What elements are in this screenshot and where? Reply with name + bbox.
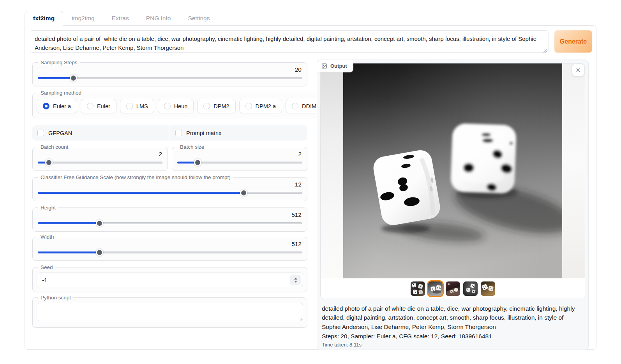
output-gallery [320,63,585,299]
batch-count-slider[interactable] [38,159,162,166]
gallery-thumbnail-3[interactable] [446,281,460,296]
radio-lms[interactable]: LMS [120,99,154,113]
height-slider[interactable] [38,220,302,227]
prompt-matrix-label: Prompt matrix [186,130,221,136]
stable-diffusion-webui: txt2img img2img Extras PNG Info Settings… [0,0,621,350]
output-label: Output [330,63,347,69]
python-script-label: Python script [38,295,73,301]
time-taken: Time taken: 8.11s [322,342,584,348]
result-prompt-text: detailed photo of a pair of white die on… [322,304,584,331]
radio-label: Euler a [53,103,71,109]
gallery-thumbnails [321,278,585,299]
batch-size-value: 2 [176,151,302,158]
gallery-backdrop-right [562,63,585,278]
sampling-steps-value: 20 [37,66,302,73]
gfpgan-checkbox[interactable]: GFPGAN [32,125,169,141]
gallery-thumbnail-1[interactable] [411,281,425,296]
cfg-scale-label: Classifier Free Guidance Scale (how stro… [38,174,233,180]
radio-icon[interactable] [164,103,171,109]
cfg-scale-group: Classifier Free Guidance Scale (how stro… [32,174,307,201]
radio-icon[interactable] [87,103,94,109]
radio-icon[interactable] [245,103,252,109]
slider-thumb[interactable] [240,189,247,197]
batch-size-group: Batch size 2 [172,144,307,171]
batch-count-value: 2 [37,151,162,158]
radio-euler-a[interactable]: Euler a [37,99,77,113]
sampling-steps-label: Sampling Steps [38,60,80,65]
slider-thumb[interactable] [45,159,53,166]
batch-size-slider[interactable] [177,159,302,166]
prompt-matrix-checkbox[interactable]: Prompt matrix [170,125,307,141]
width-group: Width 512 [32,234,307,261]
gallery-backdrop-left [321,63,343,278]
output-column: Output ✕ [317,60,589,350]
dice-photo [343,63,562,278]
cfg-scale-value: 12 [37,181,302,188]
slider-thumb[interactable] [96,220,103,227]
seed-stepper[interactable] [290,275,301,285]
batch-size-label: Batch size [178,144,206,150]
gallery-thumbnail-2-selected[interactable] [428,281,443,296]
stepper-up-icon[interactable] [294,278,297,280]
cfg-scale-slider[interactable] [38,189,302,196]
tab-bar: txt2img img2img Extras PNG Info Settings [25,11,596,26]
radio-icon[interactable] [203,103,210,109]
height-label: Height [38,205,58,211]
sampling-steps-slider[interactable] [38,74,302,81]
gallery-thumbnail-4[interactable] [463,281,478,296]
python-script-input[interactable] [37,303,303,321]
radio-icon[interactable] [43,103,49,109]
radio-label: Heun [174,103,188,109]
python-script-group: Python script [32,295,307,328]
height-group: Height 512 [32,205,307,232]
output-chip: Output [317,60,353,72]
height-value: 512 [37,211,302,218]
close-output-button[interactable]: ✕ [572,64,584,76]
slider-thumb[interactable] [70,74,77,82]
txt2img-panel: detailed photo of a pair of white die on… [25,25,596,350]
seed-input[interactable] [42,277,286,283]
generate-button[interactable]: Generate [554,30,592,53]
gfpgan-label: GFPGAN [48,130,72,136]
tab-png-info[interactable]: PNG Info [138,11,180,26]
tab-txt2img[interactable]: txt2img [25,11,63,26]
radio-icon[interactable] [126,103,133,109]
result-parameters: Steps: 20, Sampler: Euler a, CFG scale: … [322,332,584,341]
slider-thumb[interactable] [96,249,103,256]
radio-label: DDIM [302,103,316,109]
radio-label: LMS [136,103,148,109]
tab-settings[interactable]: Settings [179,11,218,26]
radio-dpm2-a[interactable]: DPM2 a [239,99,282,113]
image-icon [321,63,327,69]
checkbox-icon[interactable] [175,130,182,136]
sampling-method-label: Sampling method [38,90,84,96]
radio-icon[interactable] [292,103,298,109]
width-slider[interactable] [38,249,302,256]
radio-heun[interactable]: Heun [158,99,194,113]
sampling-method-options: Euler a Euler LMS Heun DPM2 DPM2 a DDIM … [37,99,364,113]
radio-label: DPM2 [213,103,229,109]
generated-image[interactable] [321,63,585,278]
radio-euler[interactable]: Euler [81,99,116,113]
slider-thumb[interactable] [194,159,201,166]
gallery-thumbnail-5[interactable] [481,281,495,296]
seed-group: Seed [32,264,307,292]
batch-count-group: Batch count 2 [32,144,168,171]
radio-label: Euler [97,103,110,109]
options-row: GFPGAN Prompt matrix [32,125,307,141]
prompt-input[interactable]: detailed photo of a pair of white die on… [29,30,549,53]
prompt-row: detailed photo of a pair of white die on… [28,30,593,54]
width-label: Width [38,234,56,240]
stepper-down-icon[interactable] [294,281,297,283]
tab-img2img[interactable]: img2img [63,11,103,26]
checkbox-icon[interactable] [37,130,44,136]
radio-label: DPM2 a [256,103,276,109]
width-value: 512 [37,241,302,248]
batch-count-label: Batch count [38,144,71,150]
sampling-steps-group: Sampling Steps 20 [32,60,307,86]
settings-column: Sampling Steps 20 Sampling method Euler … [32,60,307,350]
result-info: detailed photo of a pair of white die on… [320,299,585,348]
output-panel: Output ✕ [317,60,589,350]
radio-dpm2[interactable]: DPM2 [197,99,235,113]
tab-extras[interactable]: Extras [103,11,138,26]
